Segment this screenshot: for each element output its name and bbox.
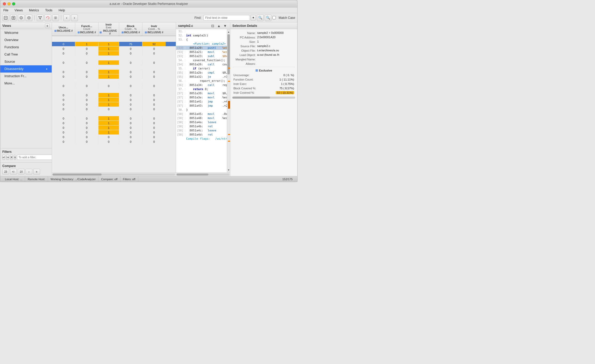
toolbar-btn-4[interactable]	[26, 14, 32, 21]
source-line[interactable]: [58] 8051a4b: ret	[176, 124, 227, 128]
sidebar-item-overview[interactable]: Overview	[0, 36, 52, 44]
source-line[interactable]: [58] 8051a45: movl -0xc(%ebp),	[176, 112, 227, 116]
table-row[interactable]: 0 0 1 0 0	[52, 93, 176, 98]
menu-tools[interactable]: Tools	[44, 8, 54, 13]
find-input[interactable]	[203, 15, 250, 21]
compare-btn-4[interactable]: ↕	[26, 169, 32, 175]
match-case-checkbox[interactable]	[272, 16, 276, 19]
source-line[interactable]: [56] 8051a34: call report_erro	[176, 83, 227, 87]
sidebar-item-instruction-fr[interactable]: Instruction Fr...	[0, 73, 52, 80]
filter-clear-btn[interactable]: ✕	[10, 155, 13, 160]
col-header-instr[interactable]: Instr Exec ⊞ INCLUSIVE #	[98, 22, 119, 36]
col-header-instr2[interactable]: Instr Cover... % ⊞ INCLUSIVE #	[142, 22, 166, 36]
sidebar-add-button[interactable]: +	[45, 23, 50, 28]
table-row[interactable]: 0 0 1 0 0	[52, 102, 176, 107]
toolbar-refresh-btn[interactable]	[44, 14, 51, 21]
table-row[interactable]: 0 0 1 0 0	[52, 51, 176, 56]
source-line[interactable]: [57] 8051a41: jmp .+4 [ 0x805	[176, 99, 227, 104]
compare-btn-1[interactable]: 23	[2, 169, 9, 175]
source-line[interactable]: [53] 8051a23: subl $0x18,%esp	[176, 54, 227, 58]
sidebar-item-functions[interactable]: Functions	[0, 44, 52, 51]
source-line[interactable]: [58] 8051a4c: leave	[176, 128, 227, 132]
table-row[interactable]: 0 0 0 0 0	[52, 84, 176, 88]
compare-btn-5[interactable]: ≡	[33, 169, 40, 175]
source-line[interactable]: [57] 8051a3e: movl %eax,-0xc(%	[176, 95, 227, 99]
table-row[interactable]: 0 0 1 0 0	[52, 70, 176, 74]
table-row[interactable]: 0 0 1 0 0	[52, 125, 176, 130]
filter-redo-btn[interactable]: ↪	[6, 155, 9, 160]
table-row[interactable]: 0 0 0 0 0	[52, 107, 176, 112]
source-line[interactable]: [53] 8051a21: movl %esp,%ebp	[176, 50, 227, 54]
find-prev-btn[interactable]: 🔍	[257, 14, 264, 21]
table-row[interactable]: 0 0 1 0 0	[52, 98, 176, 102]
sidebar-item-source[interactable]: Source	[0, 58, 52, 65]
menu-file[interactable]: File	[2, 8, 9, 13]
table-row[interactable]: 0 0 1 0 0	[52, 46, 176, 51]
sidebar-item-more[interactable]: More...	[0, 80, 52, 87]
sidebar-item-welcome[interactable]: Welcome	[0, 29, 52, 36]
sidebar-item-call-tree[interactable]: Call Tree	[0, 51, 52, 58]
col-header-unco[interactable]: Unco... ⊞ INCLUSIVE #	[52, 22, 75, 36]
hscroll-thumb[interactable]	[52, 173, 102, 176]
sidebar-item-disassembly[interactable]: Disassembly ▸	[0, 65, 52, 73]
source-line[interactable]: [55] 8051a2b: cmpl $0,0x8061d5	[176, 70, 227, 75]
toolbar-btn-1[interactable]	[2, 14, 9, 21]
details-hscrollbar[interactable]	[232, 97, 295, 100]
source-line[interactable]: [58] 8051a4a: leave	[176, 120, 227, 124]
menu-help[interactable]: Help	[58, 8, 66, 13]
menu-views[interactable]: Views	[13, 8, 24, 13]
vscroll-track[interactable]	[227, 34, 230, 167]
hscroll-track[interactable]	[52, 173, 175, 176]
source-line[interactable]: [58] 8051a48: movl %ecx,%eax	[176, 116, 227, 120]
details-hscroll-thumb[interactable]	[232, 97, 270, 99]
close-button[interactable]	[3, 2, 6, 5]
source-line[interactable]: [57] 8051a43: jmp .+2 [ 0x805	[176, 104, 227, 108]
source-collapse-btn[interactable]: ⊟	[210, 23, 216, 28]
table-row[interactable]	[52, 36, 176, 42]
col-header-block[interactable]: Block Cover... % ⊞ INCLUSIVE #	[119, 22, 142, 36]
source-line[interactable]: [54] 8051a26: call covered_fun	[176, 62, 227, 66]
toolbar-btn-3[interactable]	[18, 14, 25, 21]
table-row[interactable]	[52, 56, 176, 60]
toolbar-filter-btn[interactable]	[37, 14, 43, 21]
table-row[interactable]: 0 1 1 75 92	[52, 42, 176, 46]
source-line[interactable]: [58] 8051a4d: ret	[176, 132, 227, 137]
compare-btn-3[interactable]: 1X	[18, 169, 25, 175]
vscroll-up-btn[interactable]: ▲	[227, 29, 230, 34]
filter-undo-btn[interactable]: ↩	[2, 155, 5, 160]
table-row[interactable]	[52, 112, 176, 116]
table-row[interactable]	[52, 79, 176, 84]
source-vscrollbar[interactable]: ▲ ▼	[227, 29, 230, 172]
table-row[interactable]: 0 0 1 0 0	[52, 121, 176, 125]
col-header-func[interactable]: Functi... Count ⊞ INCLUSIVE #	[75, 22, 98, 36]
table-row[interactable]: 0 0 1 0 0	[52, 74, 176, 79]
toolbar-btn-2[interactable]	[10, 14, 17, 21]
minimize-button[interactable]	[7, 2, 11, 5]
table-row[interactable]	[52, 65, 176, 70]
source-hscroll-track[interactable]	[177, 173, 230, 176]
filters-input[interactable]	[17, 155, 52, 160]
toolbar-back-btn[interactable]: ‹	[63, 14, 70, 21]
table-row[interactable]: 0 0 0 0 0	[52, 139, 176, 144]
source-body[interactable]: 51. 52. int sample2() 53. {	[176, 29, 227, 172]
source-hscroll-thumb[interactable]	[177, 173, 208, 176]
source-hscrollbar[interactable]	[176, 172, 230, 176]
table-row[interactable]: 0 0 1 0 0	[52, 130, 176, 135]
table-row[interactable]: 0 0 1 0 0	[52, 60, 176, 65]
find-dropdown-btn[interactable]: ▼	[251, 15, 256, 21]
table-row[interactable]: 0 0 1 0 0	[52, 116, 176, 121]
table-hscrollbar[interactable]	[52, 172, 176, 176]
source-up-btn[interactable]: ▲	[216, 23, 222, 28]
filter-menu-btn[interactable]: ≡	[14, 155, 16, 160]
source-line[interactable]: [55] 8051a32: je .+7 [ 0x805	[176, 75, 227, 79]
source-line[interactable]: [57] 8051a39: movl $0,%eax	[176, 91, 227, 95]
maximize-button[interactable]	[12, 2, 15, 5]
source-line[interactable]: [53] 8051a20: pushl %ebp	[176, 46, 227, 50]
toolbar-settings-btn[interactable]	[52, 14, 59, 21]
vscroll-down-btn[interactable]: ▼	[227, 167, 230, 172]
table-row[interactable]	[52, 88, 176, 93]
toolbar-fwd-btn[interactable]: ›	[71, 14, 78, 21]
source-down-btn[interactable]: ▼	[222, 23, 228, 28]
menu-metrics[interactable]: Metrics	[28, 8, 40, 13]
find-next-btn[interactable]: 🔍	[265, 14, 271, 21]
